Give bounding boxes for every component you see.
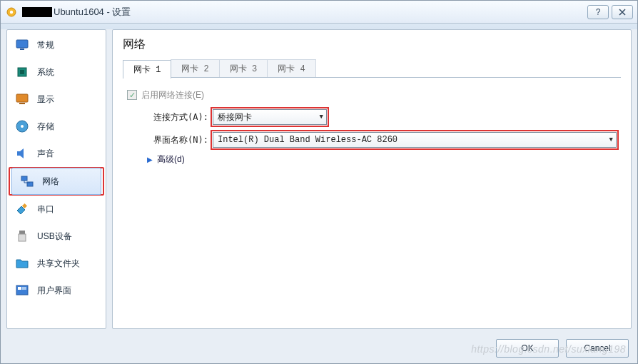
attached-row: 连接方式(A): 桥接网卡 ▼ (144, 108, 617, 126)
redacted-prefix (22, 7, 52, 17)
sidebar-item-general[interactable]: 常规 (7, 31, 106, 59)
sidebar-item-audio[interactable]: 声音 (7, 140, 106, 167)
sidebar-item-label: 显示 (37, 93, 54, 106)
chevron-down-icon: ▼ (320, 113, 323, 121)
speaker-icon (14, 146, 30, 161)
settings-window: Ubuntu1604 - 设置 ? 常规 系统 显示 存储 (0, 0, 638, 364)
sidebar-item-network[interactable]: 网络 (11, 168, 101, 195)
svg-rect-6 (16, 94, 28, 102)
svg-rect-10 (21, 176, 27, 181)
svg-rect-3 (20, 49, 24, 50)
dialog-footer: OK Cancel (496, 339, 629, 358)
name-value: Intel(R) Dual Band Wireless-AC 8260 (218, 135, 398, 145)
sidebar-item-label: 声音 (37, 148, 54, 160)
page-title: 网络 (123, 37, 621, 52)
svg-rect-16 (18, 287, 21, 290)
main-panel: 网络 网卡 1 网卡 2 网卡 3 网卡 4 ✓ 启用网络连接(E) 连接方式(… (112, 29, 632, 329)
chevron-down-icon: ▼ (609, 136, 613, 143)
sidebar-item-serial[interactable]: 串口 (7, 196, 106, 223)
help-button[interactable]: ? (587, 5, 609, 19)
svg-rect-2 (16, 40, 28, 48)
svg-point-1 (10, 10, 13, 13)
sidebar-item-label: 共享文件夹 (37, 258, 80, 270)
adapter-tabs: 网卡 1 网卡 2 网卡 3 网卡 4 (123, 59, 621, 78)
svg-rect-17 (22, 287, 26, 290)
sidebar-item-label: 系统 (37, 66, 54, 79)
titlebar: Ubuntu1604 - 设置 ? (1, 1, 637, 24)
tab-pane: ✓ 启用网络连接(E) 连接方式(A): 桥接网卡 ▼ 界面名称(N): Int… (123, 78, 621, 173)
app-gear-icon (5, 6, 18, 19)
window-title: Ubuntu1604 - 设置 (54, 6, 131, 19)
enable-checkbox[interactable]: ✓ (127, 90, 137, 100)
sidebar-item-label: 网络 (42, 176, 59, 188)
interface-icon (14, 283, 30, 298)
folder-icon (14, 256, 30, 271)
display-icon (14, 91, 30, 107)
content-area: 常规 系统 显示 存储 声音 网络 (6, 29, 632, 329)
enable-row: ✓ 启用网络连接(E) (127, 85, 617, 105)
sidebar-item-storage[interactable]: 存储 (7, 113, 106, 140)
sidebar-item-label: 常规 (37, 39, 54, 51)
svg-rect-13 (19, 231, 25, 234)
sidebar-item-label: 串口 (37, 203, 54, 216)
sidebar-item-display[interactable]: 显示 (7, 86, 106, 113)
close-button[interactable] (612, 5, 633, 19)
advanced-label: 高级(d) (157, 153, 185, 166)
name-label: 界面名称(N): (144, 134, 208, 146)
svg-rect-7 (19, 103, 25, 104)
tab-adapter-4[interactable]: 网卡 4 (267, 59, 315, 77)
sidebar-item-label: 用户界面 (37, 285, 71, 297)
network-icon (19, 173, 35, 189)
sidebar-item-shared[interactable]: 共享文件夹 (7, 250, 106, 277)
attached-value: 桥接网卡 (218, 111, 252, 123)
serial-icon (14, 201, 30, 217)
tab-adapter-2[interactable]: 网卡 2 (171, 59, 219, 77)
highlight-box-network: 网络 (9, 167, 104, 196)
sidebar-item-ui[interactable]: 用户界面 (7, 277, 106, 304)
tab-adapter-3[interactable]: 网卡 3 (219, 59, 268, 77)
svg-rect-5 (20, 70, 24, 74)
attached-label: 连接方式(A): (144, 111, 208, 123)
disk-icon (14, 118, 30, 134)
category-sidebar: 常规 系统 显示 存储 声音 网络 (6, 29, 106, 329)
sidebar-item-system[interactable]: 系统 (7, 59, 106, 86)
sidebar-item-label: 存储 (37, 121, 54, 133)
triangle-right-icon: ▶ (147, 156, 153, 163)
tab-adapter-1[interactable]: 网卡 1 (123, 60, 171, 79)
ok-button[interactable]: OK (496, 339, 559, 358)
chip-icon (14, 64, 30, 80)
svg-rect-15 (16, 285, 28, 295)
sidebar-item-usb[interactable]: USB设备 (7, 223, 106, 250)
enable-label: 启用网络连接(E) (141, 89, 204, 101)
monitor-icon (14, 37, 30, 53)
name-row: 界面名称(N): Intel(R) Dual Band Wireless-AC … (144, 131, 617, 149)
svg-point-9 (21, 125, 24, 128)
sidebar-item-label: USB设备 (37, 231, 72, 243)
svg-rect-14 (19, 234, 26, 241)
advanced-toggle[interactable]: ▶ 高级(d) (147, 153, 617, 166)
usb-icon (14, 228, 30, 244)
attached-dropdown[interactable]: 桥接网卡 ▼ (213, 109, 327, 125)
name-dropdown[interactable]: Intel(R) Dual Band Wireless-AC 8260 ▼ (213, 132, 617, 148)
cancel-button[interactable]: Cancel (566, 339, 629, 358)
